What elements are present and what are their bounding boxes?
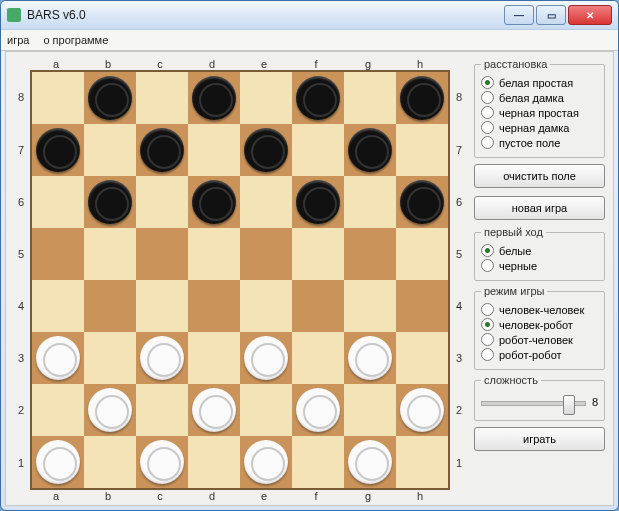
- board-square[interactable]: [188, 436, 240, 488]
- setup-option[interactable]: белая дамка: [481, 91, 598, 104]
- white-piece[interactable]: [400, 388, 444, 432]
- board-square[interactable]: [32, 280, 84, 332]
- black-piece[interactable]: [192, 76, 236, 120]
- firstmove-option[interactable]: черные: [481, 259, 598, 272]
- board-square[interactable]: [32, 124, 84, 176]
- board-square[interactable]: [136, 124, 188, 176]
- board-square[interactable]: [188, 384, 240, 436]
- setup-option[interactable]: пустое поле: [481, 136, 598, 149]
- black-piece[interactable]: [400, 180, 444, 224]
- maximize-button[interactable]: ▭: [536, 5, 566, 25]
- board-square[interactable]: [344, 176, 396, 228]
- board-square[interactable]: [84, 176, 136, 228]
- board-square[interactable]: [136, 176, 188, 228]
- board-square[interactable]: [396, 436, 448, 488]
- white-piece[interactable]: [244, 440, 288, 484]
- board-square[interactable]: [292, 436, 344, 488]
- board-square[interactable]: [136, 436, 188, 488]
- board-square[interactable]: [292, 280, 344, 332]
- black-piece[interactable]: [296, 76, 340, 120]
- black-piece[interactable]: [88, 76, 132, 120]
- board-square[interactable]: [84, 72, 136, 124]
- white-piece[interactable]: [140, 440, 184, 484]
- board-square[interactable]: [188, 228, 240, 280]
- board-square[interactable]: [292, 124, 344, 176]
- board-square[interactable]: [84, 124, 136, 176]
- mode-option[interactable]: человек-человек: [481, 303, 598, 316]
- board-square[interactable]: [240, 176, 292, 228]
- white-piece[interactable]: [192, 388, 236, 432]
- white-piece[interactable]: [348, 440, 392, 484]
- white-piece[interactable]: [36, 336, 80, 380]
- mode-option[interactable]: робот-человек: [481, 333, 598, 346]
- white-piece[interactable]: [36, 440, 80, 484]
- board-square[interactable]: [136, 228, 188, 280]
- minimize-button[interactable]: —: [504, 5, 534, 25]
- board-square[interactable]: [292, 176, 344, 228]
- board-square[interactable]: [136, 384, 188, 436]
- board-square[interactable]: [32, 436, 84, 488]
- white-piece[interactable]: [348, 336, 392, 380]
- board-square[interactable]: [32, 72, 84, 124]
- menu-game[interactable]: игра: [7, 34, 29, 46]
- board-square[interactable]: [188, 124, 240, 176]
- board-square[interactable]: [240, 280, 292, 332]
- board-square[interactable]: [344, 280, 396, 332]
- board-square[interactable]: [32, 384, 84, 436]
- black-piece[interactable]: [400, 76, 444, 120]
- board-square[interactable]: [240, 436, 292, 488]
- board-square[interactable]: [344, 384, 396, 436]
- board-square[interactable]: [240, 384, 292, 436]
- setup-option[interactable]: черная дамка: [481, 121, 598, 134]
- board-square[interactable]: [344, 124, 396, 176]
- close-button[interactable]: ✕: [568, 5, 612, 25]
- board-square[interactable]: [292, 332, 344, 384]
- board-square[interactable]: [188, 72, 240, 124]
- play-button[interactable]: играть: [474, 427, 605, 451]
- black-piece[interactable]: [192, 180, 236, 224]
- board-square[interactable]: [240, 72, 292, 124]
- board-square[interactable]: [240, 332, 292, 384]
- black-piece[interactable]: [88, 180, 132, 224]
- board-square[interactable]: [396, 332, 448, 384]
- newgame-button[interactable]: новая игра: [474, 196, 605, 220]
- white-piece[interactable]: [244, 336, 288, 380]
- black-piece[interactable]: [348, 128, 392, 172]
- board-square[interactable]: [84, 280, 136, 332]
- black-piece[interactable]: [244, 128, 288, 172]
- clear-button[interactable]: очистить поле: [474, 164, 605, 188]
- mode-option[interactable]: робот-робот: [481, 348, 598, 361]
- black-piece[interactable]: [36, 128, 80, 172]
- board-square[interactable]: [396, 280, 448, 332]
- white-piece[interactable]: [296, 388, 340, 432]
- firstmove-option[interactable]: белые: [481, 244, 598, 257]
- board-square[interactable]: [84, 436, 136, 488]
- setup-option[interactable]: черная простая: [481, 106, 598, 119]
- board-square[interactable]: [136, 72, 188, 124]
- board-square[interactable]: [32, 176, 84, 228]
- board-square[interactable]: [240, 124, 292, 176]
- board-square[interactable]: [240, 228, 292, 280]
- board-square[interactable]: [344, 228, 396, 280]
- white-piece[interactable]: [88, 388, 132, 432]
- board-square[interactable]: [84, 228, 136, 280]
- board-square[interactable]: [396, 124, 448, 176]
- board-square[interactable]: [188, 176, 240, 228]
- board-square[interactable]: [188, 332, 240, 384]
- board-square[interactable]: [396, 384, 448, 436]
- white-piece[interactable]: [140, 336, 184, 380]
- board-square[interactable]: [32, 228, 84, 280]
- board-square[interactable]: [396, 72, 448, 124]
- board-square[interactable]: [344, 332, 396, 384]
- board-square[interactable]: [396, 176, 448, 228]
- setup-option[interactable]: белая простая: [481, 76, 598, 89]
- board-square[interactable]: [136, 332, 188, 384]
- board-square[interactable]: [188, 280, 240, 332]
- board-square[interactable]: [344, 436, 396, 488]
- menu-about[interactable]: о программе: [43, 34, 108, 46]
- black-piece[interactable]: [296, 180, 340, 224]
- board-square[interactable]: [292, 384, 344, 436]
- board-square[interactable]: [292, 228, 344, 280]
- mode-option[interactable]: человек-робот: [481, 318, 598, 331]
- difficulty-slider[interactable]: [481, 392, 586, 412]
